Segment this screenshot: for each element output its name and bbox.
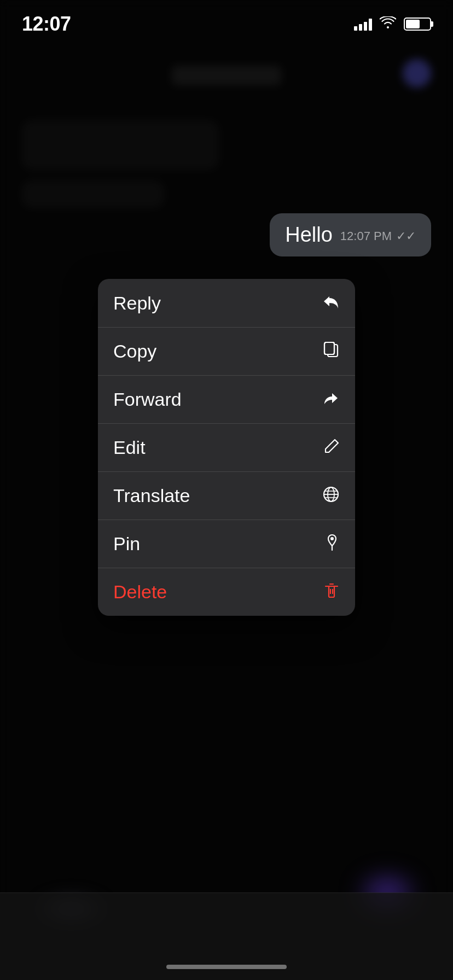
hello-message-meta: 12:07 PM ✓✓: [340, 227, 416, 243]
hello-text: Hello: [285, 223, 333, 247]
battery-icon: [404, 18, 431, 31]
home-indicator: [166, 965, 287, 969]
status-bar: 12:07: [0, 0, 453, 48]
context-menu: Reply Copy Forward Edit: [98, 279, 355, 616]
copy-icon: [323, 341, 340, 361]
menu-item-copy[interactable]: Copy: [98, 327, 355, 375]
edit-label: Edit: [113, 437, 146, 458]
translate-icon: [322, 486, 340, 506]
wifi-icon: [380, 16, 396, 32]
signal-icon: [354, 18, 372, 31]
battery-fill: [406, 20, 420, 28]
menu-item-edit[interactable]: Edit: [98, 423, 355, 471]
menu-item-pin[interactable]: Pin: [98, 520, 355, 568]
delete-icon: [323, 582, 340, 602]
copy-label: Copy: [113, 341, 156, 362]
menu-item-translate[interactable]: Translate: [98, 471, 355, 520]
translate-label: Translate: [113, 485, 190, 506]
hello-time: 12:07 PM: [340, 229, 392, 243]
menu-item-reply[interactable]: Reply: [98, 279, 355, 327]
svg-rect-1: [324, 342, 334, 354]
double-checkmark-icon: ✓✓: [396, 229, 416, 243]
edit-icon: [324, 438, 340, 457]
status-icons: [354, 16, 431, 32]
reply-icon: [322, 294, 340, 312]
status-time: 12:07: [22, 13, 71, 36]
hello-message-bubble: Hello 12:07 PM ✓✓: [270, 213, 431, 256]
menu-item-forward[interactable]: Forward: [98, 375, 355, 423]
pin-label: Pin: [113, 533, 140, 555]
forward-label: Forward: [113, 389, 182, 410]
reply-label: Reply: [113, 293, 161, 314]
delete-label: Delete: [113, 581, 167, 603]
forward-icon: [322, 390, 340, 409]
svg-point-6: [330, 537, 334, 540]
menu-item-delete[interactable]: Delete: [98, 568, 355, 616]
pin-icon: [324, 534, 340, 554]
